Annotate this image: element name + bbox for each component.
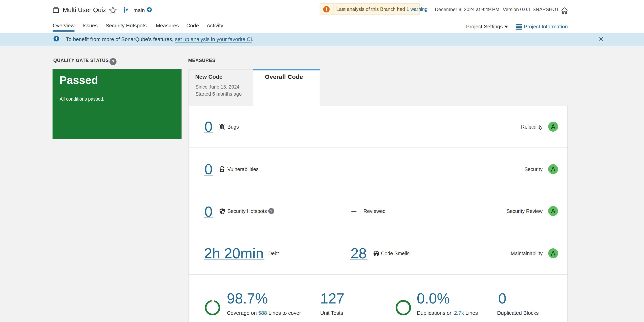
svg-text:?: ? xyxy=(112,59,114,64)
svg-text:?: ? xyxy=(270,209,272,213)
